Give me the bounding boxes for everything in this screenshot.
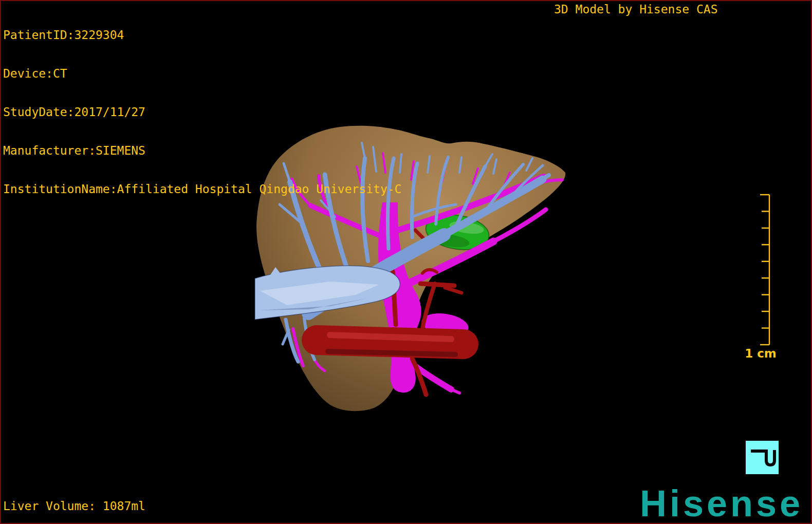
manufacturer-line: Manufacturer:SIEMENS: [3, 144, 401, 157]
study-date-line: StudyDate:2017/11/27: [3, 106, 401, 119]
device-line: Device:CT: [3, 67, 401, 80]
scale-bar-label: 1 cm: [745, 347, 777, 360]
hisense-logo: Hisense: [640, 485, 803, 522]
institution-line: InstitutionName:Affiliated Hospital Qing…: [3, 183, 401, 196]
orientation-icon: [746, 441, 779, 474]
orientation-icon-button[interactable]: [746, 441, 779, 474]
patient-id-line: PatientID:3229304: [3, 29, 401, 42]
scale-bar: 1 cm: [736, 191, 798, 366]
patient-info-overlay: PatientID:3229304 Device:CT StudyDate:20…: [3, 3, 401, 209]
watermark-text: 3D Model by Hisense CAS: [554, 3, 718, 16]
scale-bar-ruler: [760, 195, 769, 345]
medical-3d-viewer-window: { "header": { "patient_lines": [ "Patien…: [0, 0, 812, 524]
liver-volume-label: Liver Volume: 1087ml: [3, 500, 145, 513]
